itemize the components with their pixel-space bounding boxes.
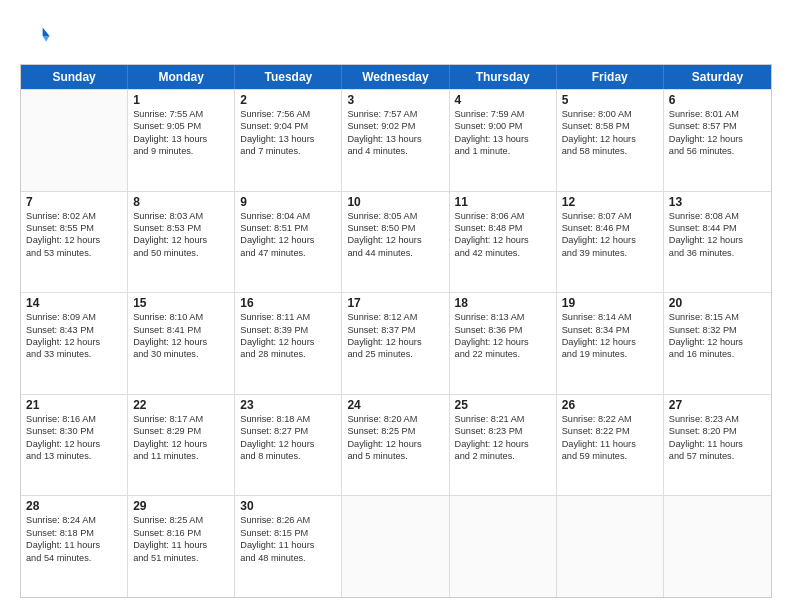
cell-line: Sunrise: 7:56 AM	[240, 108, 336, 120]
cell-line: Sunrise: 8:16 AM	[26, 413, 122, 425]
day-number: 25	[455, 398, 551, 412]
cell-line: Sunset: 8:46 PM	[562, 222, 658, 234]
cell-line: Sunrise: 8:11 AM	[240, 311, 336, 323]
cell-line: Sunrise: 8:26 AM	[240, 514, 336, 526]
cal-cell: 20Sunrise: 8:15 AMSunset: 8:32 PMDayligh…	[664, 293, 771, 394]
header-day-sunday: Sunday	[21, 65, 128, 89]
cell-line: Sunset: 8:22 PM	[562, 425, 658, 437]
day-number: 17	[347, 296, 443, 310]
cell-line: and 28 minutes.	[240, 348, 336, 360]
day-number: 2	[240, 93, 336, 107]
cal-cell: 17Sunrise: 8:12 AMSunset: 8:37 PMDayligh…	[342, 293, 449, 394]
cell-line: and 22 minutes.	[455, 348, 551, 360]
cal-cell: 25Sunrise: 8:21 AMSunset: 8:23 PMDayligh…	[450, 395, 557, 496]
cell-line: Sunset: 8:18 PM	[26, 527, 122, 539]
cell-line: and 8 minutes.	[240, 450, 336, 462]
cell-line: Daylight: 13 hours	[347, 133, 443, 145]
cell-line: and 11 minutes.	[133, 450, 229, 462]
day-number: 10	[347, 195, 443, 209]
cell-line: Sunrise: 8:14 AM	[562, 311, 658, 323]
cell-line: and 57 minutes.	[669, 450, 766, 462]
cell-line: and 51 minutes.	[133, 552, 229, 564]
cell-line: Daylight: 11 hours	[133, 539, 229, 551]
cell-line: Sunset: 8:20 PM	[669, 425, 766, 437]
cal-cell: 21Sunrise: 8:16 AMSunset: 8:30 PMDayligh…	[21, 395, 128, 496]
cal-cell	[664, 496, 771, 597]
cell-line: and 25 minutes.	[347, 348, 443, 360]
cal-cell: 14Sunrise: 8:09 AMSunset: 8:43 PMDayligh…	[21, 293, 128, 394]
logo	[20, 22, 51, 54]
day-number: 28	[26, 499, 122, 513]
cell-line: Daylight: 11 hours	[669, 438, 766, 450]
header-day-tuesday: Tuesday	[235, 65, 342, 89]
cell-line: and 50 minutes.	[133, 247, 229, 259]
cell-line: Daylight: 12 hours	[562, 133, 658, 145]
cell-line: and 4 minutes.	[347, 145, 443, 157]
cell-line: Daylight: 12 hours	[562, 234, 658, 246]
cell-line: Sunrise: 8:00 AM	[562, 108, 658, 120]
cell-line: Sunset: 8:43 PM	[26, 324, 122, 336]
week-row-1: 1Sunrise: 7:55 AMSunset: 9:05 PMDaylight…	[21, 89, 771, 191]
cell-line: Daylight: 12 hours	[562, 336, 658, 348]
cal-cell: 10Sunrise: 8:05 AMSunset: 8:50 PMDayligh…	[342, 192, 449, 293]
cal-cell: 23Sunrise: 8:18 AMSunset: 8:27 PMDayligh…	[235, 395, 342, 496]
header-day-wednesday: Wednesday	[342, 65, 449, 89]
cal-cell: 27Sunrise: 8:23 AMSunset: 8:20 PMDayligh…	[664, 395, 771, 496]
cell-line: and 44 minutes.	[347, 247, 443, 259]
cell-line: Sunrise: 8:17 AM	[133, 413, 229, 425]
cal-cell: 19Sunrise: 8:14 AMSunset: 8:34 PMDayligh…	[557, 293, 664, 394]
cell-line: Sunset: 8:50 PM	[347, 222, 443, 234]
cell-line: Daylight: 11 hours	[562, 438, 658, 450]
cell-line: Daylight: 12 hours	[133, 336, 229, 348]
cal-cell: 1Sunrise: 7:55 AMSunset: 9:05 PMDaylight…	[128, 90, 235, 191]
cell-line: Sunset: 8:36 PM	[455, 324, 551, 336]
cell-line: Sunset: 9:00 PM	[455, 120, 551, 132]
day-number: 29	[133, 499, 229, 513]
cell-line: Sunrise: 8:20 AM	[347, 413, 443, 425]
header-day-saturday: Saturday	[664, 65, 771, 89]
cell-line: Daylight: 12 hours	[669, 234, 766, 246]
day-number: 18	[455, 296, 551, 310]
cell-line: Daylight: 13 hours	[240, 133, 336, 145]
cell-line: Daylight: 11 hours	[240, 539, 336, 551]
cell-line: Sunset: 8:58 PM	[562, 120, 658, 132]
day-number: 23	[240, 398, 336, 412]
day-number: 3	[347, 93, 443, 107]
cell-line: and 59 minutes.	[562, 450, 658, 462]
day-number: 12	[562, 195, 658, 209]
cell-line: Daylight: 12 hours	[347, 438, 443, 450]
day-number: 16	[240, 296, 336, 310]
cell-line: Sunrise: 8:04 AM	[240, 210, 336, 222]
cell-line: Sunrise: 8:02 AM	[26, 210, 122, 222]
cell-line: and 39 minutes.	[562, 247, 658, 259]
cal-cell: 2Sunrise: 7:56 AMSunset: 9:04 PMDaylight…	[235, 90, 342, 191]
day-number: 7	[26, 195, 122, 209]
cell-line: and 42 minutes.	[455, 247, 551, 259]
header	[20, 18, 772, 54]
cal-cell: 13Sunrise: 8:08 AMSunset: 8:44 PMDayligh…	[664, 192, 771, 293]
cell-line: Daylight: 13 hours	[133, 133, 229, 145]
day-number: 6	[669, 93, 766, 107]
cell-line: and 54 minutes.	[26, 552, 122, 564]
cell-line: and 5 minutes.	[347, 450, 443, 462]
cell-line: Daylight: 12 hours	[133, 438, 229, 450]
cal-cell: 11Sunrise: 8:06 AMSunset: 8:48 PMDayligh…	[450, 192, 557, 293]
day-number: 21	[26, 398, 122, 412]
cell-line: and 33 minutes.	[26, 348, 122, 360]
cell-line: Sunset: 8:32 PM	[669, 324, 766, 336]
svg-marker-1	[43, 36, 50, 42]
cal-cell: 18Sunrise: 8:13 AMSunset: 8:36 PMDayligh…	[450, 293, 557, 394]
cal-cell: 7Sunrise: 8:02 AMSunset: 8:55 PMDaylight…	[21, 192, 128, 293]
cell-line: Sunrise: 8:13 AM	[455, 311, 551, 323]
day-number: 24	[347, 398, 443, 412]
cell-line: Daylight: 12 hours	[26, 438, 122, 450]
cell-line: Daylight: 12 hours	[455, 336, 551, 348]
cell-line: and 36 minutes.	[669, 247, 766, 259]
cell-line: Sunset: 8:16 PM	[133, 527, 229, 539]
day-number: 19	[562, 296, 658, 310]
day-number: 4	[455, 93, 551, 107]
day-number: 20	[669, 296, 766, 310]
day-number: 22	[133, 398, 229, 412]
cell-line: Sunrise: 8:07 AM	[562, 210, 658, 222]
cell-line: Sunrise: 8:15 AM	[669, 311, 766, 323]
